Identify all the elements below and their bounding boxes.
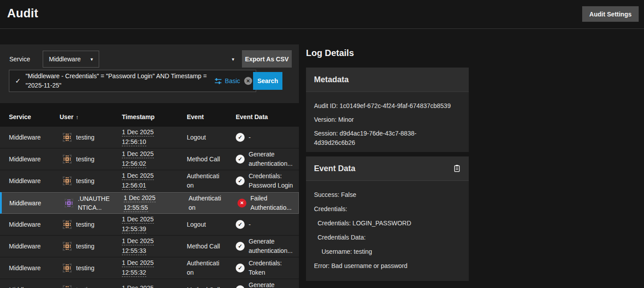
cell-user: testing [60,154,122,164]
timestamp-time: 12:55:55 [124,204,148,212]
user-name: .UNAUTHENTICA... [78,194,111,212]
table-row[interactable]: Middleware testing 1 Dec 2025 12:55:32 A… [0,257,299,279]
timestamp-date: 1 Dec 2025 [122,128,154,136]
event-data-body: Success: False Credentials: Credentials:… [306,181,469,270]
timestamp-date: 1 Dec 2025 [122,284,154,288]
table-row[interactable]: Middleware testing 1 Dec 2025 12:56:01 A… [0,170,299,192]
search-query-bar[interactable]: ✓ "Middleware - Credentials" = "Password… [9,70,256,92]
cell-user: testing [60,176,122,186]
timestamp-time: 12:55:33 [122,247,146,255]
user-name: testing [76,155,109,164]
cell-event-data: Credentials: Password Login [236,172,299,190]
cell-timestamp[interactable]: 1 Dec 2025 12:55:39 [122,216,187,233]
cell-service: Middleware [0,264,60,272]
status-icon [236,242,245,251]
timestamp-date: 1 Dec 2025 [124,194,156,202]
timestamp-time: 12:55:32 [122,269,146,277]
table-row[interactable]: Middleware testing 1 Dec 2025 12:56:02 M… [0,148,299,170]
audit-log-table: Service User↑ Timestamp Event Event Data… [0,107,299,288]
timestamp-date: 1 Dec 2025 [122,216,154,224]
table-row-selected[interactable]: Middleware .UNAUTHENTICA... 1 Dec 2025 1… [0,192,299,214]
user-avatar-icon [62,263,72,273]
cell-timestamp[interactable]: 1 Dec 2025 12:56:10 [122,128,187,146]
metadata-audit-id: Audit ID: 1c0149ef-672c-4f24-9faf-674837… [314,101,461,111]
cell-timestamp[interactable]: 1 Dec 2025 12:55:32 [122,259,187,277]
cell-service: Middleware [0,134,60,141]
user-name: testing [76,133,109,142]
export-csv-button[interactable]: Export As CSV [242,50,292,68]
clear-query-icon[interactable]: ✕ [244,77,252,85]
page-title: Audit [7,7,38,20]
metadata-session: Session: d9d4ac19-76de-43c7-8838-4d39d26… [314,129,431,148]
timestamp-time: 12:56:01 [122,182,146,190]
user-name: testing [76,264,109,272]
cell-event: Authentication [187,259,236,277]
table-row[interactable]: Middleware testing 1 Dec 2025 Method Cal… [0,279,299,288]
audit-settings-button[interactable]: Audit Settings [582,6,639,22]
timestamp-time: 12:56:02 [122,160,146,168]
cell-timestamp[interactable]: 1 Dec 2025 [122,284,187,288]
metadata-version: Version: Minor [314,115,461,124]
event-data-text: Generate authentication... [249,150,298,168]
event-data-line: Credentials: LOGIN_PASSWORD [314,219,461,228]
column-header-user-label: User [60,113,73,120]
cell-user: testing [60,285,122,288]
table-row[interactable]: Middleware testing 1 Dec 2025 12:55:39 L… [0,214,299,236]
cell-service: Middleware [0,221,60,228]
timestamp-time: 12:55:39 [122,225,146,233]
settings-adjust-icon[interactable] [214,77,222,85]
table-row[interactable]: Middleware testing 1 Dec 2025 12:56:10 L… [0,127,299,148]
user-name: testing [76,285,109,288]
cell-event-data: - [236,133,299,142]
metadata-body: Audit ID: 1c0149ef-672c-4f24-9faf-674837… [306,92,469,148]
event-data-text: Failed Authenticatio... [250,194,299,212]
chevron-down-icon: ▾ [90,56,93,62]
table-header-row: Service User↑ Timestamp Event Event Data [0,107,299,127]
status-icon [237,199,246,208]
timestamp-date: 1 Dec 2025 [122,237,154,245]
user-avatar-icon [62,285,72,288]
status-icon [236,264,245,272]
event-data-text: Generate authentication... [249,237,298,256]
event-data-text: - [249,133,298,142]
cell-user: .UNAUTHENTICA... [61,194,124,212]
cell-event: Logout [187,133,236,142]
cell-timestamp[interactable]: 1 Dec 2025 12:55:55 [124,194,189,212]
service-dropdown-value: Middleware [49,56,81,63]
cell-event-data: Generate authentication... [236,150,299,168]
cell-user: testing [60,220,122,229]
column-header-event-data[interactable]: Event Data [236,113,299,120]
column-header-user[interactable]: User↑ [60,113,122,120]
basic-mode-toggle[interactable]: Basic [225,77,240,84]
event-data-line: Success: False [314,190,461,199]
status-icon [236,133,245,142]
cell-timestamp[interactable]: 1 Dec 2025 12:56:01 [122,172,187,190]
column-header-service[interactable]: Service [0,113,60,120]
user-avatar-icon [62,154,72,164]
cell-user: testing [60,263,122,273]
column-header-timestamp[interactable]: Timestamp [122,113,187,120]
event-data-line: Error: Bad username or password [314,261,461,270]
event-data-text: - [249,220,298,229]
timestamp-time: 12:56:10 [122,138,146,146]
column-header-event[interactable]: Event [187,113,236,120]
cell-service: Middleware [0,156,60,163]
log-details-title: Log Details [306,48,354,58]
cell-event-data: Generate authentication... [236,280,299,288]
table-row[interactable]: Middleware testing 1 Dec 2025 12:55:33 M… [0,236,299,257]
cell-service: Middleware [0,177,60,184]
cell-timestamp[interactable]: 1 Dec 2025 12:56:02 [122,150,187,168]
user-name: testing [76,220,109,229]
service-label: Service [9,56,30,63]
copy-event-data-button[interactable] [453,164,461,172]
user-avatar-icon [62,241,72,251]
secondary-dropdown[interactable]: ▾ [228,54,238,64]
cell-event: Authentication [189,194,237,212]
chevron-down-icon: ▾ [232,56,234,62]
cell-timestamp[interactable]: 1 Dec 2025 12:55:33 [122,237,187,255]
search-query-text[interactable]: "Middleware - Credentials" = "Password L… [26,72,213,90]
service-dropdown[interactable]: Middleware ▾ [43,51,99,68]
search-button[interactable]: Search [253,72,282,90]
filter-panel: Service Middleware ▾ ▾ Export As CSV ✓ "… [0,44,299,103]
audit-page: Audit Audit Settings Service Middleware … [0,0,644,288]
